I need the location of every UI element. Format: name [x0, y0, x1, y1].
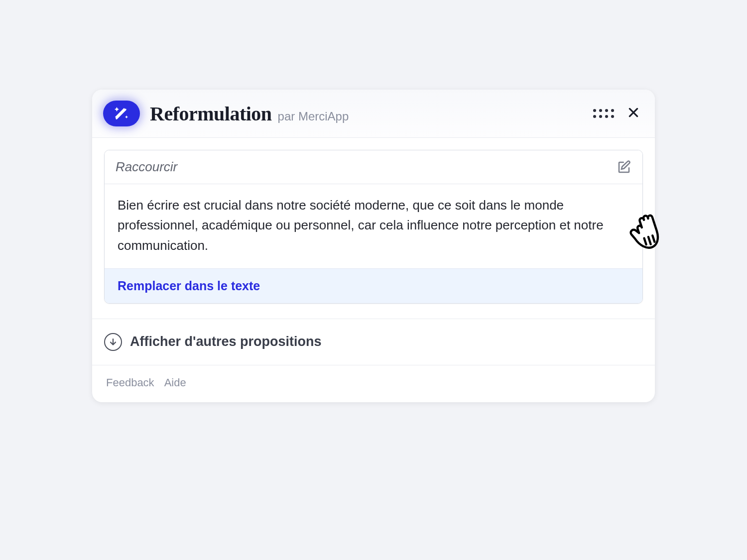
header-actions	[593, 106, 640, 121]
card-subtitle: par MerciApp	[278, 110, 349, 123]
card-title: Reformulation	[150, 102, 272, 125]
title-group: Reformulation par MerciApp	[150, 102, 593, 125]
edit-icon	[617, 160, 631, 175]
reformulation-card: Reformulation par MerciApp Raccourcir	[92, 90, 655, 402]
edit-button[interactable]	[617, 160, 631, 175]
magic-wand-badge	[103, 101, 140, 126]
more-suggestions-label: Afficher d'autres propositions	[130, 334, 321, 349]
card-header: Reformulation par MerciApp	[92, 90, 655, 138]
feedback-link[interactable]: Feedback	[106, 376, 154, 389]
more-suggestions-row[interactable]: Afficher d'autres propositions	[92, 319, 655, 365]
mode-label: Raccourcir	[116, 159, 177, 175]
suggestion-text: Bien écrire est crucial dans notre socié…	[105, 184, 642, 268]
card-content: Raccourcir Bien écrire est crucial dans …	[92, 138, 655, 304]
magic-wand-icon	[113, 105, 130, 122]
drag-handle-icon[interactable]	[593, 109, 614, 118]
panel-header: Raccourcir	[105, 150, 642, 184]
close-button[interactable]	[627, 106, 640, 121]
replace-in-text-button[interactable]: Remplacer dans le texte	[118, 279, 260, 293]
replace-row: Remplacer dans le texte	[105, 268, 642, 303]
help-link[interactable]: Aide	[164, 376, 186, 389]
card-footer: Feedback Aide	[92, 365, 655, 402]
suggestion-panel: Raccourcir Bien écrire est crucial dans …	[104, 150, 643, 304]
arrow-down-circle-icon	[104, 333, 122, 351]
